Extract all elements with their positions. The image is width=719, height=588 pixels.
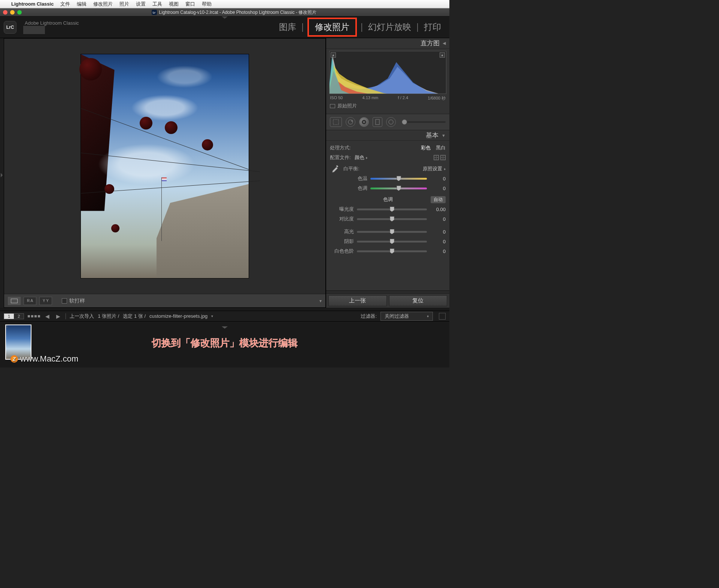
radial-tool-icon[interactable] bbox=[386, 117, 396, 127]
treatment-color[interactable]: 彩色 bbox=[421, 144, 431, 151]
highlights-value[interactable]: 0 bbox=[430, 229, 446, 235]
menu-edit[interactable]: 编辑 bbox=[77, 1, 87, 7]
softproof-toggle[interactable]: 软打样 bbox=[62, 298, 85, 304]
close-icon[interactable] bbox=[3, 10, 7, 15]
redeye-tool-icon[interactable] bbox=[359, 117, 369, 127]
panel-collapse-icon[interactable]: ▼ bbox=[442, 133, 446, 138]
minimize-icon[interactable] bbox=[10, 10, 15, 15]
lrc-doc-icon: Lr bbox=[152, 10, 157, 15]
spot-tool-icon[interactable] bbox=[346, 117, 355, 127]
profile-grid-icon[interactable] bbox=[434, 155, 439, 160]
tone-section-title: 色调 bbox=[383, 196, 393, 203]
watermark: Z www.MacZ.com bbox=[10, 354, 78, 364]
thumb-index: 1 bbox=[6, 325, 8, 328]
source-label[interactable]: 上一次导入 bbox=[70, 313, 94, 320]
collapse-filmstrip-icon[interactable] bbox=[222, 326, 228, 329]
basic-title: 基本 bbox=[426, 131, 439, 140]
identity-plate[interactable] bbox=[23, 26, 45, 34]
tint-value[interactable]: 0 bbox=[430, 186, 446, 191]
shadows-label: 阴影 bbox=[330, 238, 354, 245]
filter-dropdown[interactable]: 关闭过滤器♦ bbox=[380, 312, 433, 321]
reset-button[interactable]: 复位 bbox=[389, 295, 448, 306]
display-2[interactable]: 2 bbox=[14, 314, 24, 319]
tint-label: 色调 bbox=[343, 185, 367, 192]
previous-button[interactable]: 上一张 bbox=[328, 295, 387, 306]
view-before-after-yy[interactable]: Y Y bbox=[39, 297, 52, 305]
whites-value[interactable]: 0 bbox=[430, 249, 446, 254]
expand-left-icon[interactable] bbox=[1, 173, 3, 177]
mask-slider[interactable] bbox=[402, 121, 446, 123]
photo-preview[interactable] bbox=[81, 54, 249, 278]
window-title: Lightroom Catalog-v10-2.lrcat - Adobe Ph… bbox=[159, 9, 317, 16]
canvas-area: R A Y Y 软打样 ▾ bbox=[4, 38, 326, 308]
svg-rect-5 bbox=[376, 119, 379, 125]
menu-tools[interactable]: 工具 bbox=[152, 1, 162, 7]
tint-slider[interactable] bbox=[370, 188, 427, 189]
grid-view-icon[interactable] bbox=[28, 315, 40, 317]
display-1[interactable]: 1 bbox=[4, 314, 14, 319]
watermark-text: www.MacZ.com bbox=[20, 354, 78, 364]
original-photo-toggle[interactable]: 原始照片 bbox=[329, 102, 446, 112]
display-segment[interactable]: 1 2 bbox=[4, 313, 24, 319]
eyedropper-tool-icon[interactable] bbox=[330, 164, 340, 180]
filter-lock-icon[interactable] bbox=[439, 313, 446, 320]
original-checkbox-icon[interactable] bbox=[330, 104, 335, 108]
histogram-chart[interactable]: ▲ ▲ bbox=[329, 51, 446, 94]
basic-panel-header[interactable]: 基本 ▼ bbox=[326, 130, 449, 141]
module-develop-highlight: 修改照片 bbox=[307, 18, 357, 37]
view-loupe-button[interactable] bbox=[8, 297, 21, 305]
module-develop[interactable]: 修改照片 bbox=[313, 21, 351, 33]
panel-collapse-icon[interactable]: ◀ bbox=[443, 41, 446, 46]
crop-tool-icon[interactable] bbox=[330, 117, 342, 127]
profile-grid-icon-2[interactable] bbox=[440, 155, 446, 160]
profile-dropdown[interactable]: 颜色 ♦ bbox=[355, 154, 368, 161]
whites-slider[interactable] bbox=[357, 250, 427, 252]
menu-file[interactable]: 文件 bbox=[60, 1, 70, 7]
module-library[interactable]: 图库 bbox=[277, 20, 298, 34]
path-dropdown-icon[interactable]: ▾ bbox=[211, 314, 213, 318]
shadows-value[interactable]: 0 bbox=[430, 239, 446, 244]
menu-help[interactable]: 帮助 bbox=[202, 1, 212, 7]
lrc-logo-icon: LrC bbox=[4, 21, 16, 34]
app-menu[interactable]: Lightroom Classic bbox=[11, 1, 54, 7]
temp-slider[interactable] bbox=[370, 178, 427, 180]
exposure-value[interactable]: 0.00 bbox=[430, 207, 446, 212]
gradient-tool-icon[interactable] bbox=[373, 117, 382, 127]
menu-photo[interactable]: 照片 bbox=[119, 1, 129, 7]
module-print[interactable]: 打印 bbox=[422, 20, 443, 34]
canvas-toolbar: R A Y Y 软打样 ▾ bbox=[4, 294, 325, 307]
menu-view[interactable]: 视图 bbox=[169, 1, 179, 7]
menu-window[interactable]: 窗口 bbox=[185, 1, 195, 7]
svg-point-6 bbox=[389, 120, 393, 124]
module-header: LrC Adobe Lightroom Classic 图库 | 修改照片 | … bbox=[0, 16, 449, 38]
exposure-slider[interactable] bbox=[357, 208, 427, 210]
module-slideshow[interactable]: 幻灯片放映 bbox=[367, 20, 413, 34]
nav-forward-icon[interactable]: ▶ bbox=[55, 313, 62, 319]
original-label: 原始照片 bbox=[337, 103, 357, 109]
wb-dropdown[interactable]: 原照设置 ♦ bbox=[423, 165, 446, 172]
menu-develop[interactable]: 修改照片 bbox=[93, 1, 113, 7]
meta-shutter: 1/6800 秒 bbox=[428, 95, 446, 101]
histogram-meta: ISO 50 4.13 mm f / 2.4 1/6800 秒 bbox=[329, 94, 446, 102]
treatment-bw[interactable]: 黑白 bbox=[436, 144, 446, 151]
menu-settings[interactable]: 设置 bbox=[136, 1, 146, 7]
left-panel-collapsed[interactable] bbox=[0, 38, 4, 308]
toolbar-menu-icon[interactable]: ▾ bbox=[319, 298, 322, 304]
mac-menu-bar: Lightroom Classic 文件 编辑 修改照片 照片 设置 工具 视图… bbox=[0, 0, 449, 8]
checkbox-icon[interactable] bbox=[62, 298, 67, 304]
auto-tone-button[interactable]: 自动 bbox=[431, 196, 446, 203]
view-before-after-ra[interactable]: R A bbox=[24, 297, 36, 305]
app-name-label: Adobe Lightroom Classic bbox=[25, 20, 79, 26]
temp-value[interactable]: 0 bbox=[430, 176, 446, 182]
fullscreen-icon[interactable] bbox=[17, 10, 22, 15]
main-area: R A Y Y 软打样 ▾ 直方图 ◀ ▲ ▲ bbox=[0, 38, 449, 308]
panel-scrollbar[interactable] bbox=[326, 290, 449, 293]
contrast-value[interactable]: 0 bbox=[430, 216, 446, 222]
contrast-slider[interactable] bbox=[357, 218, 427, 220]
highlights-slider[interactable] bbox=[357, 231, 427, 233]
collapse-top-icon[interactable] bbox=[222, 16, 228, 19]
shadows-slider[interactable] bbox=[357, 241, 427, 243]
meta-iso: ISO 50 bbox=[330, 95, 343, 101]
histogram-panel-header[interactable]: 直方图 ◀ bbox=[326, 38, 449, 49]
nav-back-icon[interactable]: ◀ bbox=[44, 313, 51, 319]
